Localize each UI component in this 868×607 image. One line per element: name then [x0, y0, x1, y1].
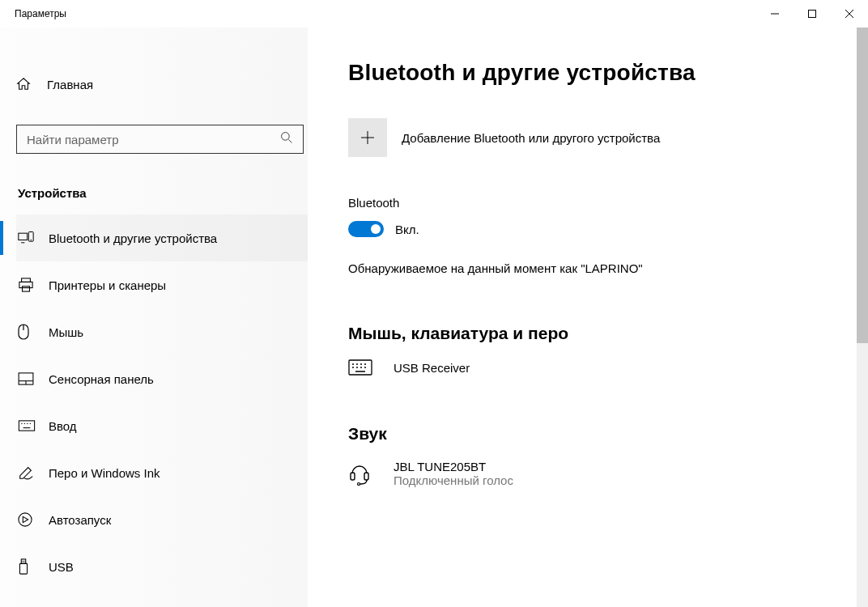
- window-controls: [756, 0, 868, 28]
- svg-rect-18: [19, 421, 34, 431]
- svg-rect-6: [19, 233, 28, 240]
- sidebar: Главная Устройства Bluetooth и другие ус…: [0, 28, 308, 607]
- add-device-label: Добавление Bluetooth или другого устройс…: [402, 131, 660, 145]
- svg-marker-25: [23, 516, 28, 522]
- device-name: USB Receiver: [394, 361, 470, 375]
- nav-label: Мышь: [49, 325, 83, 339]
- svg-line-5: [288, 139, 291, 142]
- svg-point-36: [364, 363, 366, 365]
- svg-rect-1: [809, 11, 816, 18]
- svg-rect-12: [23, 287, 30, 291]
- section-title-audio: Звук: [348, 424, 868, 444]
- window-title: Параметры: [15, 8, 756, 19]
- autoplay-icon: [16, 512, 49, 527]
- nav-label: Перо и Windows Ink: [49, 466, 160, 480]
- sidebar-item-printers[interactable]: Принтеры и сканеры: [16, 261, 308, 308]
- svg-point-37: [352, 367, 354, 368]
- maximize-button[interactable]: [794, 0, 831, 28]
- pen-icon: [16, 465, 49, 481]
- nav-label: Сенсорная панель: [49, 372, 154, 386]
- sidebar-item-pen[interactable]: Перо и Windows Ink: [16, 449, 308, 496]
- bluetooth-toggle[interactable]: [348, 221, 384, 237]
- headset-icon: [348, 461, 394, 486]
- home-label: Главная: [47, 78, 93, 91]
- svg-point-20: [24, 423, 25, 424]
- svg-point-19: [21, 423, 22, 424]
- add-device-button[interactable]: Добавление Bluetooth или другого устройс…: [348, 118, 868, 157]
- svg-point-33: [352, 363, 354, 365]
- sidebar-item-autoplay[interactable]: Автозапуск: [16, 496, 308, 543]
- close-button[interactable]: [831, 0, 868, 28]
- svg-rect-43: [364, 473, 368, 480]
- svg-point-38: [356, 367, 358, 368]
- svg-rect-11: [19, 282, 32, 287]
- sidebar-item-touchpad[interactable]: Сенсорная панель: [16, 355, 308, 402]
- svg-point-4: [282, 133, 290, 141]
- section-title-input: Мышь, клавиатура и перо: [348, 324, 868, 343]
- nav-label: Автозапуск: [49, 513, 111, 527]
- svg-point-40: [364, 367, 366, 368]
- bluetooth-label: Bluetooth: [348, 196, 868, 210]
- sidebar-section-header: Устройства: [16, 186, 308, 200]
- scrollbar[interactable]: [857, 28, 868, 607]
- svg-point-21: [27, 423, 28, 424]
- toggle-knob: [371, 224, 381, 234]
- nav-label: Bluetooth и другие устройства: [49, 231, 217, 245]
- svg-rect-10: [22, 278, 31, 282]
- svg-rect-26: [21, 559, 25, 563]
- discoverable-text: Обнаруживаемое на данный момент как "LAP…: [348, 261, 868, 275]
- touchpad-icon: [16, 372, 49, 385]
- page-title: Bluetooth и другие устройства: [348, 60, 868, 86]
- svg-point-44: [358, 483, 360, 486]
- printer-icon: [16, 278, 49, 292]
- keyboard-icon: [16, 420, 49, 431]
- home-icon: [16, 77, 47, 91]
- toggle-state-label: Вкл.: [395, 223, 419, 236]
- usb-icon: [16, 558, 49, 575]
- keyboard-icon: [348, 359, 394, 376]
- svg-rect-42: [351, 473, 355, 480]
- search-icon: [280, 131, 293, 147]
- devices-icon: [16, 231, 49, 245]
- sidebar-item-bluetooth[interactable]: Bluetooth и другие устройства: [16, 214, 308, 261]
- nav-label: USB: [49, 560, 74, 574]
- device-name: JBL TUNE205BT: [394, 460, 513, 473]
- svg-point-34: [356, 363, 358, 365]
- sidebar-item-usb[interactable]: USB: [16, 543, 308, 590]
- mouse-icon: [16, 324, 49, 340]
- search-input[interactable]: [27, 133, 280, 146]
- sidebar-item-mouse[interactable]: Мышь: [16, 308, 308, 355]
- titlebar: Параметры: [0, 0, 868, 28]
- nav-label: Ввод: [49, 419, 77, 433]
- svg-point-39: [360, 367, 362, 368]
- content-pane: Bluetooth и другие устройства Добавление…: [308, 28, 868, 607]
- sidebar-item-typing[interactable]: Ввод: [16, 402, 308, 449]
- plus-icon: [348, 118, 387, 157]
- scrollbar-thumb[interactable]: [857, 28, 868, 343]
- device-row-jbl[interactable]: JBL TUNE205BT Подключенный голос: [348, 460, 868, 487]
- search-box[interactable]: [16, 125, 304, 154]
- device-row-usb-receiver[interactable]: USB Receiver: [348, 359, 868, 376]
- svg-rect-27: [19, 563, 27, 574]
- svg-point-24: [19, 513, 32, 526]
- nav-label: Принтеры и сканеры: [49, 278, 166, 292]
- device-status: Подключенный голос: [394, 473, 513, 487]
- svg-point-22: [30, 423, 31, 424]
- svg-point-8: [31, 240, 32, 240]
- minimize-button[interactable]: [756, 0, 794, 28]
- home-nav[interactable]: Главная: [16, 68, 308, 100]
- svg-point-35: [360, 363, 362, 365]
